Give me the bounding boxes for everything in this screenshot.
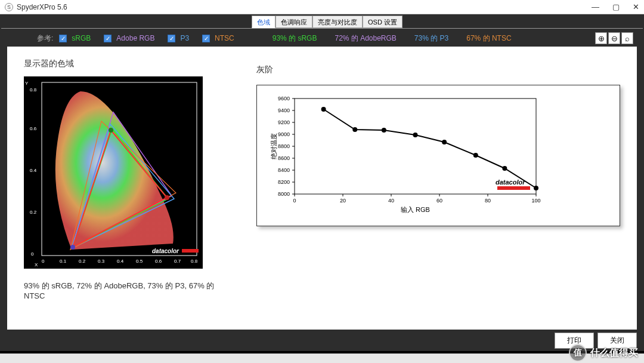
metric-value: 67% 的 NTSC (466, 33, 511, 44)
tab-0[interactable]: 色域 (252, 16, 275, 28)
svg-point-53 (352, 127, 357, 132)
metric-value: 72% 的 AdobeRGB (335, 33, 396, 44)
tab-3[interactable]: OSD 设置 (363, 16, 402, 28)
options-toolbar: 参考: ✓sRGB✓Adobe RGB✓P3✓NTSC 93% 的 sRGB72… (1, 29, 643, 48)
svg-text:0: 0 (31, 251, 34, 257)
svg-text:0.3: 0.3 (98, 259, 105, 264)
svg-text:0.4: 0.4 (117, 259, 124, 264)
svg-text:20: 20 (340, 198, 346, 204)
svg-text:X: X (35, 262, 38, 267)
svg-text:60: 60 (436, 198, 442, 204)
svg-text:0.6: 0.6 (30, 126, 37, 131)
checkbox-p3[interactable]: ✓ (168, 35, 175, 42)
svg-text:0: 0 (42, 259, 45, 264)
checkbox-ntsc[interactable]: ✓ (202, 35, 210, 42)
minimize-button[interactable]: — (592, 2, 599, 11)
svg-point-18 (109, 128, 113, 133)
svg-point-55 (413, 133, 418, 137)
svg-rect-63 (497, 186, 530, 190)
svg-text:0.4: 0.4 (30, 168, 37, 173)
tab-1[interactable]: 色调响应 (275, 16, 312, 28)
svg-text:0.6: 0.6 (155, 259, 162, 264)
checkbox-adobe-rgb[interactable]: ✓ (104, 35, 112, 42)
svg-point-19 (165, 195, 169, 200)
svg-text:80: 80 (485, 198, 491, 204)
svg-point-52 (321, 107, 326, 112)
svg-rect-20 (182, 249, 199, 253)
svg-text:8200: 8200 (278, 179, 290, 185)
check-label[interactable]: sRGB (72, 34, 91, 42)
tab-2[interactable]: 亮度与对比度 (312, 16, 363, 28)
svg-text:0.1: 0.1 (60, 259, 67, 264)
svg-text:绝对温度: 绝对温度 (270, 133, 277, 159)
svg-point-17 (70, 245, 75, 250)
svg-point-58 (502, 166, 507, 171)
gamut-title: 显示器的色域 (24, 59, 227, 69)
svg-point-57 (473, 153, 478, 158)
svg-text:datacolor: datacolor (496, 179, 525, 186)
checkbox-srgb[interactable]: ✓ (59, 35, 67, 42)
svg-text:9400: 9400 (278, 107, 290, 113)
svg-text:8400: 8400 (278, 167, 290, 173)
svg-text:8600: 8600 (278, 155, 290, 161)
svg-text:100: 100 (531, 198, 540, 204)
title-bar: S SpyderXPro 5.6 — ▢ ✕ (0, 0, 644, 14)
tab-bar: 色域色调响应亮度与对比度OSD 设置 (1, 16, 643, 29)
svg-point-56 (442, 140, 447, 144)
svg-text:9200: 9200 (278, 119, 290, 125)
zoom-out-button[interactable]: ⊖ (608, 32, 620, 44)
metric-value: 93% 的 sRGB (273, 33, 317, 44)
svg-text:8000: 8000 (278, 191, 290, 197)
svg-point-59 (534, 186, 538, 190)
metric-value: 73% 的 P3 (414, 33, 448, 44)
reference-label: 参考: (37, 33, 53, 44)
svg-text:0.7: 0.7 (174, 259, 181, 264)
svg-text:9600: 9600 (278, 96, 290, 101)
print-button[interactable]: 打印 (555, 333, 594, 349)
svg-text:8800: 8800 (278, 143, 290, 149)
check-label[interactable]: NTSC (215, 34, 234, 42)
main-frame: 色域色调响应亮度与对比度OSD 设置 参考: ✓sRGB✓Adobe RGB✓P… (0, 14, 644, 351)
content-area: 显示器的色域 (7, 47, 637, 330)
svg-text:40: 40 (388, 198, 394, 204)
svg-text:0.5: 0.5 (136, 259, 143, 264)
svg-text:9000: 9000 (278, 131, 290, 137)
maximize-button[interactable]: ▢ (612, 2, 620, 11)
svg-text:输入 RGB: 输入 RGB (401, 206, 430, 213)
close-window-button[interactable]: ✕ (633, 2, 639, 11)
gamut-caption: 93% 的 sRGB, 72% 的 AdobeRGB, 73% 的 P3, 67… (24, 281, 227, 300)
check-label[interactable]: Adobe RGB (116, 34, 154, 42)
gray-chart: 8000820084008600880090009200940096000204… (256, 85, 620, 226)
svg-text:0.2: 0.2 (30, 210, 37, 215)
svg-text:0.8: 0.8 (30, 87, 37, 93)
brand-label: datacolor (152, 248, 179, 254)
gray-title: 灰阶 (256, 64, 620, 75)
svg-text:0: 0 (293, 198, 296, 204)
svg-text:0.8: 0.8 (191, 259, 198, 264)
gamut-chart: 00.10.2 0.30.40.5 0.60.70.8 00.20.4 0.60… (24, 76, 203, 269)
zoom-in-button[interactable]: ⊕ (595, 32, 607, 44)
window-title: SpyderXPro 5.6 (17, 3, 67, 11)
horizontal-scrollbar[interactable] (0, 353, 644, 363)
svg-text:Y: Y (25, 81, 29, 86)
close-button[interactable]: 关闭 (597, 333, 637, 349)
check-label[interactable]: P3 (180, 34, 189, 42)
svg-text:0.2: 0.2 (79, 259, 86, 264)
app-icon: S (5, 3, 13, 11)
zoom-fit-button[interactable]: ⌕ (621, 32, 633, 44)
svg-point-54 (382, 128, 386, 133)
